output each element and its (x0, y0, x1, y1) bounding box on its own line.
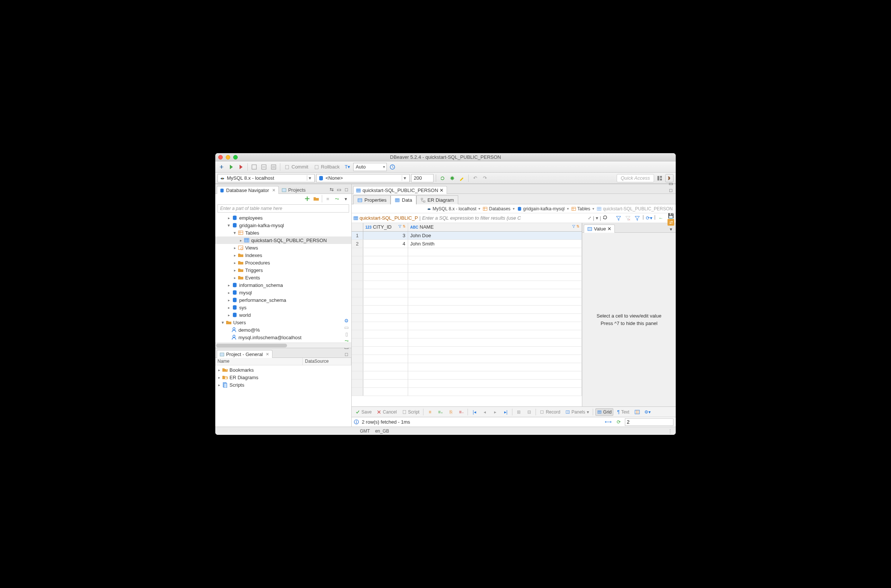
collapse-all-icon[interactable]: ≡ (324, 195, 332, 203)
tab-projects[interactable]: Projects (279, 186, 309, 194)
horizontal-scrollbar[interactable] (215, 343, 351, 348)
export-icon[interactable] (633, 408, 642, 416)
table-row[interactable]: 2 4 John Smith (352, 240, 582, 248)
gear-icon[interactable]: ⚙▾ (643, 408, 652, 416)
column-header-city-id[interactable]: 123 CITY_ID ⇅ (363, 223, 408, 231)
next-page-icon[interactable]: ▸ (491, 408, 499, 416)
project-col-datasource[interactable]: DataSource (303, 358, 351, 365)
tree-item-gridgain[interactable]: gridgain-kafka-mysql (239, 223, 284, 228)
schema-combo[interactable]: <None> ▾ (316, 174, 410, 182)
undo-button[interactable]: ↶ (471, 174, 479, 182)
edit-row-icon[interactable]: ≡ (426, 408, 434, 416)
zoom-out-icon[interactable]: ⊟ (525, 408, 533, 416)
cell-city-id[interactable]: 3 (363, 231, 408, 240)
tree-item-views[interactable]: Views (245, 245, 258, 250)
first-page-icon[interactable]: |◂ (470, 408, 478, 416)
maximize-view-icon[interactable]: □ (343, 186, 350, 193)
project-col-name[interactable]: Name (215, 358, 303, 365)
expand-icon[interactable]: ▯ (343, 331, 350, 338)
tree-item-user-demo[interactable]: demo@% (239, 327, 260, 333)
editor-tab-quickstart[interactable]: quickstart-SQL_PUBLIC_PERSON ✕ (353, 186, 447, 194)
tx-mode-combo[interactable]: Auto (353, 163, 387, 171)
minimize-view-icon[interactable]: ▭ (667, 180, 674, 187)
gear-icon[interactable]: ⚙ (343, 317, 350, 324)
sql-editor-button[interactable] (250, 163, 258, 171)
redo-button[interactable]: ↷ (481, 174, 489, 182)
new-connection-icon[interactable] (303, 195, 311, 203)
sub-tab-data[interactable]: Data (391, 195, 416, 204)
history-button[interactable] (388, 163, 397, 171)
row-header-corner[interactable] (352, 223, 363, 231)
disconnect-button[interactable] (237, 163, 245, 171)
delete-row-icon[interactable]: ≡₋ (457, 408, 465, 416)
filter-settings-icon[interactable] (633, 214, 642, 222)
cancel-grid-button[interactable]: Cancel (375, 409, 398, 416)
tree-item-events[interactable]: Events (245, 275, 260, 280)
link-editor-icon[interactable]: ⇆ (328, 186, 335, 193)
tree-item-er-diagrams[interactable]: ER Diagrams (230, 375, 258, 380)
tree-item-indexes[interactable]: Indexes (245, 252, 262, 258)
tree-item-triggers[interactable]: Triggers (245, 267, 263, 273)
tree-item-sys[interactable]: sys (239, 305, 247, 310)
apply-filter-icon[interactable] (603, 215, 608, 221)
connect-button[interactable] (227, 163, 236, 171)
record-mode-button[interactable]: Record (538, 409, 562, 416)
crumb-database[interactable]: gridgain-kafka-mysql (517, 206, 565, 212)
auto-refresh-icon[interactable]: ⟳ (615, 418, 623, 426)
tree-item-world[interactable]: world (239, 312, 251, 318)
tx-dropdown-button[interactable]: T▾ (344, 163, 352, 171)
tree-item-scripts[interactable]: Scripts (230, 382, 245, 388)
navigator-tree[interactable]: ▸employees ▼gridgain-kafka-mysql ▼Tables… (215, 213, 351, 343)
save-grid-button[interactable]: Save (354, 409, 373, 416)
tree-item-mysql[interactable]: mysql (239, 290, 252, 296)
tree-item-information-schema[interactable]: information_schema (239, 282, 283, 288)
filter-col-icon[interactable] (615, 214, 623, 222)
panels-button[interactable]: Panels ▾ (564, 409, 590, 416)
grid-mode-button[interactable]: Grid (595, 408, 614, 416)
crumb-databases[interactable]: Databases (482, 206, 510, 212)
view-menu-icon[interactable]: ▾ (342, 195, 350, 203)
table-row[interactable]: 1 3 John Doe (352, 231, 582, 240)
navigator-filter-input[interactable] (218, 204, 349, 213)
row-number[interactable]: 1 (352, 231, 363, 240)
tree-item-users[interactable]: Users (233, 320, 246, 326)
column-header-name[interactable]: ABC NAME ⇅ (408, 223, 582, 231)
recent-sql-button[interactable] (269, 163, 278, 171)
expand-filter-icon[interactable]: ⤢ (588, 216, 591, 220)
close-icon[interactable]: ✕ (266, 352, 269, 357)
text-mode-button[interactable]: ¶Text (616, 409, 631, 416)
commit-button[interactable]: Commit (282, 163, 311, 171)
new-connection-button[interactable] (218, 163, 226, 171)
value-tab[interactable]: Value ✕ (584, 225, 615, 233)
highlight-button[interactable] (458, 174, 466, 182)
close-icon[interactable]: ✕ (440, 188, 444, 193)
copy-row-icon[interactable]: ⎘ (446, 408, 455, 416)
filter-expression-placeholder[interactable]: Enter a SQL expression to filter results… (422, 215, 586, 221)
tree-item-employees[interactable]: employees (239, 215, 263, 221)
last-page-icon[interactable]: ▸| (502, 408, 510, 416)
refresh-grid-icon[interactable]: ⟳▾ (645, 214, 653, 222)
tab-database-navigator[interactable]: Database Navigator ✕ (217, 186, 279, 194)
quick-access-field[interactable]: Quick Access (617, 174, 654, 182)
minimize-view-icon[interactable]: ▭ (336, 186, 343, 193)
rollback-button[interactable]: Rollback (312, 163, 342, 171)
rows-limit-field[interactable]: 200 (411, 174, 434, 182)
filter-history-icon[interactable]: ▾ (596, 215, 598, 221)
value-menu-icon[interactable]: ▾ (667, 226, 674, 232)
refresh-count-field[interactable] (625, 418, 673, 426)
crumb-table[interactable]: quickstart-SQL_PUBLIC_PERSON (597, 206, 673, 212)
resize-grip[interactable]: ⋮ (668, 429, 673, 434)
debug-button[interactable] (448, 174, 456, 182)
tree-item-quickstart[interactable]: quickstart-SQL_PUBLIC_PERSON (251, 238, 327, 243)
close-icon[interactable]: ✕ (607, 226, 612, 232)
maximize-view-icon[interactable]: □ (343, 351, 350, 357)
tree-item-user-infoschema[interactable]: mysql.infoschema@localhost (239, 335, 302, 340)
add-row-icon[interactable]: ≡₊ (436, 408, 445, 416)
tree-item-performance-schema[interactable]: performance_schema (239, 297, 286, 303)
crumb-tables[interactable]: Tables (571, 206, 590, 212)
tree-item-tables[interactable]: Tables (245, 230, 259, 236)
project-tree[interactable]: ▸Bookmarks ▸ER Diagrams ▸Scripts (215, 365, 351, 427)
refresh-button[interactable] (439, 174, 446, 182)
collapse-icon[interactable]: ▭ (343, 324, 350, 331)
link-sel-icon[interactable]: ⤳ (333, 195, 341, 203)
